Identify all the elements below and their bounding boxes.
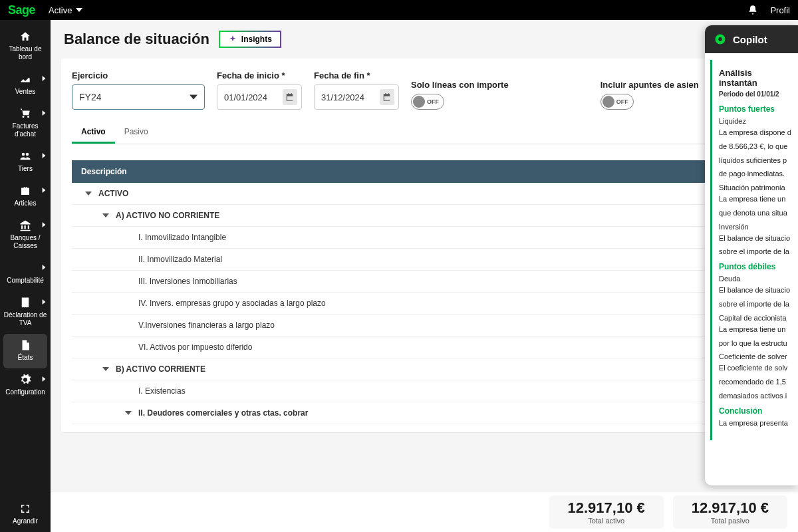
users-icon — [19, 150, 31, 162]
sidebar-label: Tableau de bord — [3, 45, 48, 61]
copilot-section-conclusion: Conclusión — [719, 406, 791, 416]
copilot-text: El balance de situacio — [719, 233, 791, 243]
copilot-text: La empresa tiene un — [719, 194, 791, 204]
chevron-right-icon — [41, 222, 47, 227]
table-row[interactable]: ACTIVO — [72, 183, 777, 205]
fecha-fin-label: Fecha de fin * — [314, 70, 399, 80]
table-row: III. Inversiones Inmobiliarias — [72, 271, 777, 293]
copilot-text: La empresa presenta — [719, 418, 791, 428]
copilot-text: de pago inmediatas. — [719, 169, 791, 179]
sidebar-item-ventes[interactable]: Ventes — [0, 68, 51, 102]
row-text: B) ACTIVO CORRIENTE — [116, 364, 205, 374]
copilot-text: El balance de situacio — [719, 285, 791, 295]
topbar: Sage Active Profil — [0, 0, 798, 20]
sidebar-item-compta[interactable]: Comptabilité — [0, 257, 51, 291]
tab-pasivo[interactable]: Pasivo — [115, 122, 158, 144]
row-text: II. Deudores comerciales y otras ctas. c… — [138, 408, 308, 418]
fecha-inicio-field[interactable] — [224, 92, 283, 102]
copilot-body: Análisis instantán Periodo del 01/01/2 P… — [710, 60, 798, 440]
total-pasivo-label: Total pasivo — [692, 517, 769, 525]
copilot-period: Periodo del 01/01/2 — [719, 90, 791, 98]
table-row[interactable]: B) ACTIVO CORRIENTE — [72, 358, 777, 380]
copilot-header: Copilot — [705, 25, 798, 53]
workspace-label: Active — [49, 5, 72, 15]
copilot-text: líquidos suficientes p — [719, 156, 791, 166]
copilot-logo-icon — [714, 33, 726, 45]
copilot-text: Capital de accionista — [719, 313, 791, 323]
table-row: II. Inmovilizado Material — [72, 249, 777, 271]
profile-link[interactable]: Profil — [770, 5, 790, 15]
sidebar-label: Configuration — [5, 388, 45, 396]
copilot-text: El coeficiente de solv — [719, 363, 791, 373]
sidebar-item-dashboard[interactable]: Tableau de bord — [0, 25, 51, 68]
incluir-toggle[interactable]: OFF — [600, 94, 634, 110]
fecha-inicio-label: Fecha de inicio * — [217, 70, 302, 80]
chevron-down-icon — [190, 93, 198, 101]
row-text: I. Existencias — [138, 386, 186, 396]
sidebar-label: Banques / Caisses — [3, 234, 48, 250]
table-row: VI. Activos por impuesto diferido — [72, 336, 777, 358]
sidebar-label: Articles — [15, 200, 37, 207]
tab-activo[interactable]: Activo — [72, 122, 115, 144]
briefcase-icon — [19, 185, 31, 197]
sidebar-item-tiers[interactable]: Tiers — [0, 145, 51, 180]
copilot-text: de 8.566,23 €, lo que — [719, 142, 791, 152]
solo-lineas-label: Solo líneas con importe — [411, 80, 509, 90]
copilot-section-strong: Puntos fuertes — [719, 104, 791, 114]
copilot-text: La empresa dispone d — [719, 128, 791, 138]
copilot-text: demasiados activos i — [719, 391, 791, 401]
fecha-fin-field[interactable] — [321, 92, 380, 102]
sidebar-item-articles[interactable]: Articles — [0, 180, 51, 214]
home-icon — [19, 31, 31, 43]
total-pasivo-card: 12.917,10 € Total pasivo — [673, 495, 787, 529]
bank-icon — [19, 219, 31, 231]
table-header: Descripción — [72, 160, 777, 183]
incluir-label: Incluir apuntes de asien — [600, 80, 699, 90]
toggle-off-label: OFF — [427, 98, 439, 105]
ejercicio-select[interactable]: FY24 — [72, 84, 205, 110]
doc-icon — [19, 339, 31, 351]
calendar-button[interactable] — [380, 89, 394, 105]
table-row[interactable]: II. Deudores comerciales y otras ctas. c… — [72, 402, 777, 424]
table-row[interactable]: A) ACTIVO NO CORRIENTE — [72, 205, 777, 227]
balance-table: Descripción ACTIVOA) ACTIVO NO CORRIENTE… — [72, 160, 777, 424]
copilot-text: Situación patrimonia — [719, 183, 791, 193]
insights-button[interactable]: Insights — [219, 31, 281, 48]
calendar-icon — [382, 92, 392, 102]
copilot-text: La empresa tiene un — [719, 325, 791, 334]
row-text: A) ACTIVO NO CORRIENTE — [116, 211, 219, 220]
table-row: I. Inmovilizado Intangible — [72, 227, 777, 249]
page-title: Balance de situación — [64, 31, 209, 48]
bell-icon[interactable] — [747, 5, 758, 15]
row-text: V.Inversiones financieras a largo plazo — [138, 321, 275, 330]
copilot-text: Coeficiente de solver — [719, 352, 791, 362]
insights-label: Insights — [241, 35, 272, 44]
sidebar-item-tva[interactable]: Déclaration de TVA — [0, 291, 51, 334]
sidebar-item-factures[interactable]: Factures d'achat — [0, 102, 51, 145]
fecha-inicio-input[interactable] — [217, 84, 302, 110]
sidebar-item-etats[interactable]: États — [3, 334, 47, 368]
sidebar-label: Déclaration de TVA — [3, 311, 48, 327]
copilot-heading: Análisis instantán — [719, 68, 791, 88]
table-row: IV. Invers. empresas grupo y asociadas a… — [72, 293, 777, 315]
chevron-down-icon — [102, 366, 109, 372]
row-text: I. Inmovilizado Intangible — [138, 233, 226, 242]
main-content: Balance de situación Insights Ejercicio … — [51, 20, 798, 532]
row-text: IV. Invers. empresas grupo y asociadas a… — [138, 299, 326, 308]
sidebar-expand[interactable]: Agrandir — [0, 497, 51, 532]
gear-icon — [19, 374, 31, 386]
workspace-selector[interactable]: Active — [49, 5, 82, 15]
sidebar-item-config[interactable]: Configuration — [0, 368, 51, 403]
cart-icon — [19, 108, 31, 120]
calendar-button[interactable] — [283, 89, 297, 105]
chevron-right-icon — [41, 299, 47, 305]
toggle-knob — [602, 96, 614, 108]
ejercicio-label: Ejercicio — [72, 70, 205, 80]
sidebar-item-banques[interactable]: Banques / Caisses — [0, 214, 51, 257]
chevron-right-icon — [41, 376, 47, 382]
calendar-icon — [285, 92, 295, 102]
solo-lineas-toggle[interactable]: OFF — [411, 94, 444, 110]
fecha-fin-input[interactable] — [314, 84, 399, 110]
table-row: I. Existencias — [72, 380, 777, 402]
sidebar-label: Ventes — [15, 88, 36, 96]
